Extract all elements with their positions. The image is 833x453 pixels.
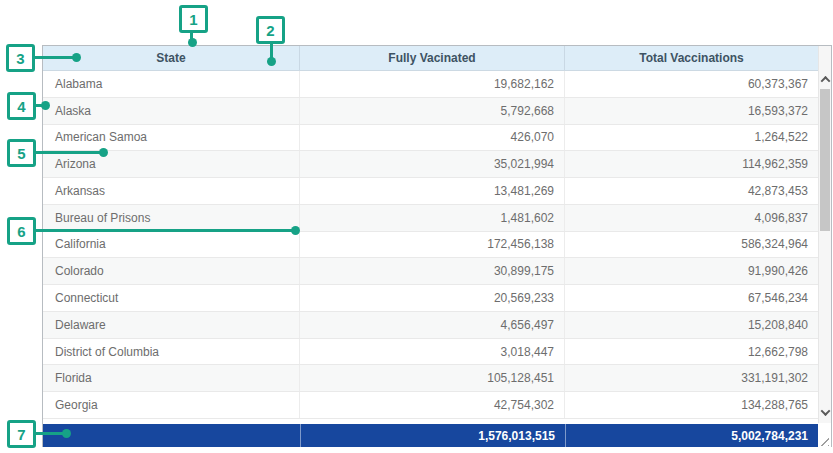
callout-7: 7: [7, 420, 36, 448]
state-cell: Delaware: [43, 312, 300, 338]
callout-number: 6: [17, 224, 25, 239]
table-row: Bureau of Prisons 1,481,602 4,096,837: [43, 205, 831, 232]
total-vaccinations-cell: 134,288,765: [565, 392, 818, 418]
fully-vaccinated-cell: 19,682,162: [300, 71, 565, 97]
callout-number: 2: [266, 23, 274, 38]
fully-vaccinated-cell: 1,481,602: [300, 205, 565, 231]
table-row: Connecticut 20,569,233 67,546,234: [43, 285, 831, 312]
state-cell: Florida: [43, 365, 300, 391]
total-vaccinations-cell: 114,962,359: [565, 151, 818, 177]
callout-number: 5: [17, 146, 25, 161]
total-vaccinations-cell: 60,373,367: [565, 71, 818, 97]
callout-4-dot: [41, 101, 50, 110]
totals-fully-vaccinated-cell: 1,576,013,515: [300, 424, 565, 447]
state-cell: Alabama: [43, 71, 300, 97]
table-row: Colorado 30,899,175 91,990,426: [43, 258, 831, 285]
totals-row: 1,576,013,515 5,002,784,231: [43, 424, 831, 447]
total-vaccinations-cell: 4,096,837: [565, 205, 818, 231]
state-cell: Bureau of Prisons: [43, 205, 300, 231]
fully-vaccinated-cell: 42,754,302: [300, 392, 565, 418]
callout-4: 4: [7, 92, 36, 120]
fully-vaccinated-cell: 13,481,269: [300, 178, 565, 204]
table-header-row: State Fully Vacinated Total Vaccinations: [43, 46, 831, 71]
resize-grip-icon[interactable]: [820, 437, 829, 446]
table-row: Delaware 4,656,497 15,208,840: [43, 312, 831, 339]
total-vaccinations-cell: 331,191,302: [565, 365, 818, 391]
callout-number: 1: [189, 12, 197, 27]
callout-5-stem: [34, 151, 101, 154]
callout-3: 3: [6, 44, 35, 72]
fully-vaccinated-cell: 105,128,451: [300, 365, 565, 391]
callout-number: 4: [17, 99, 25, 114]
table-row: Georgia 42,754,302 134,288,765: [43, 392, 831, 419]
callout-6-dot: [291, 226, 300, 235]
state-cell: Colorado: [43, 258, 300, 284]
state-cell: Connecticut: [43, 285, 300, 311]
table-body: Alabama 19,682,162 60,373,367 Alaska 5,7…: [43, 71, 831, 419]
callout-6: 6: [7, 217, 36, 245]
total-vaccinations-cell: 67,546,234: [565, 285, 818, 311]
fully-vaccinated-cell: 30,899,175: [300, 258, 565, 284]
state-cell: American Samoa: [43, 125, 300, 151]
callout-2: 2: [256, 16, 285, 44]
callout-5: 5: [7, 139, 36, 167]
callout-2-stem: [270, 43, 273, 58]
column-header-state[interactable]: State: [43, 46, 300, 70]
scroll-down-button[interactable]: [819, 405, 831, 419]
fully-vaccinated-cell: 5,792,668: [300, 98, 565, 124]
state-cell: Alaska: [43, 98, 300, 124]
fully-vaccinated-cell: 3,018,447: [300, 339, 565, 365]
callout-6-stem: [34, 229, 293, 232]
table-row: Florida 105,128,451 331,191,302: [43, 365, 831, 392]
chevron-up-icon: [820, 75, 830, 85]
table-row: Arizona 35,021,994 114,962,359: [43, 151, 831, 178]
state-cell: Georgia: [43, 392, 300, 418]
total-vaccinations-cell: 42,873,453: [565, 178, 818, 204]
fully-vaccinated-cell: 35,021,994: [300, 151, 565, 177]
callout-2-dot: [267, 57, 276, 66]
fully-vaccinated-cell: 4,656,497: [300, 312, 565, 338]
total-vaccinations-cell: 1,264,522: [565, 125, 818, 151]
total-vaccinations-cell: 586,324,964: [565, 232, 818, 258]
column-header-fully-vaccinated[interactable]: Fully Vacinated: [300, 46, 565, 70]
vertical-scrollbar[interactable]: [818, 46, 831, 423]
callout-number: 3: [16, 51, 24, 66]
scroll-up-button[interactable]: [819, 72, 831, 86]
table-row: Alaska 5,792,668 16,593,372: [43, 98, 831, 125]
table-row: Alabama 19,682,162 60,373,367: [43, 71, 831, 98]
callout-7-dot: [62, 429, 71, 438]
totals-total-vaccinations-cell: 5,002,784,231: [565, 424, 818, 447]
state-cell: Arizona: [43, 151, 300, 177]
callout-1: 1: [179, 5, 208, 33]
fully-vaccinated-cell: 172,456,138: [300, 232, 565, 258]
total-vaccinations-cell: 16,593,372: [565, 98, 818, 124]
state-cell: Arkansas: [43, 178, 300, 204]
callout-3-stem: [33, 56, 74, 59]
scrollbar-thumb[interactable]: [820, 89, 830, 231]
callout-7-stem: [34, 432, 65, 435]
totals-state-cell: [43, 424, 300, 447]
fully-vaccinated-cell: 20,569,233: [300, 285, 565, 311]
column-header-total-vaccinations[interactable]: Total Vaccinations: [565, 46, 818, 70]
fully-vaccinated-cell: 426,070: [300, 125, 565, 151]
chevron-down-icon: [820, 406, 830, 416]
callout-number: 7: [17, 427, 25, 442]
total-vaccinations-cell: 91,990,426: [565, 258, 818, 284]
table-row: District of Columbia 3,018,447 12,662,79…: [43, 339, 831, 366]
total-vaccinations-cell: 12,662,798: [565, 339, 818, 365]
dashboard-table-screenshot: State Fully Vacinated Total Vaccinations…: [0, 0, 833, 453]
callout-5-dot: [99, 148, 108, 157]
total-vaccinations-cell: 15,208,840: [565, 312, 818, 338]
callout-1-dot: [188, 38, 197, 47]
table-row: Arkansas 13,481,269 42,873,453: [43, 178, 831, 205]
state-cell: California: [43, 232, 300, 258]
table-row: American Samoa 426,070 1,264,522: [43, 125, 831, 152]
table-row: California 172,456,138 586,324,964: [43, 232, 831, 259]
vaccination-table: State Fully Vacinated Total Vaccinations…: [42, 45, 832, 447]
state-cell: District of Columbia: [43, 339, 300, 365]
callout-3-dot: [72, 53, 81, 62]
widget-corner: [818, 424, 831, 447]
